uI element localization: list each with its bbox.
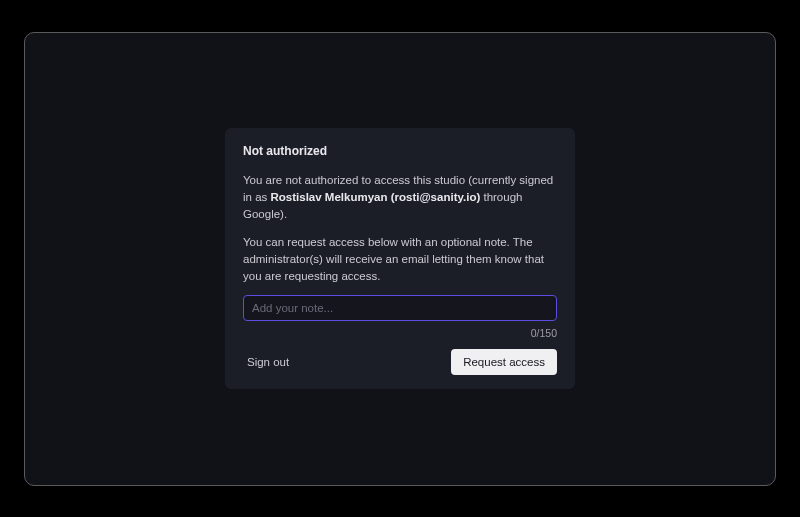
app-window: Not authorized You are not authorized to… — [24, 32, 776, 486]
signed-in-user: Rostislav Melkumyan (rosti@sanity.io) — [271, 191, 481, 203]
char-count: 0/150 — [243, 327, 557, 339]
dialog-body-2: You can request access below with an opt… — [243, 234, 557, 286]
not-authorized-dialog: Not authorized You are not authorized to… — [225, 128, 575, 390]
dialog-title: Not authorized — [243, 144, 557, 158]
request-access-button[interactable]: Request access — [451, 349, 557, 375]
note-input[interactable] — [243, 295, 557, 321]
dialog-body-1: You are not authorized to access this st… — [243, 172, 557, 224]
button-row: Sign out Request access — [243, 349, 557, 375]
sign-out-button[interactable]: Sign out — [243, 350, 293, 374]
note-input-wrap — [243, 295, 557, 321]
